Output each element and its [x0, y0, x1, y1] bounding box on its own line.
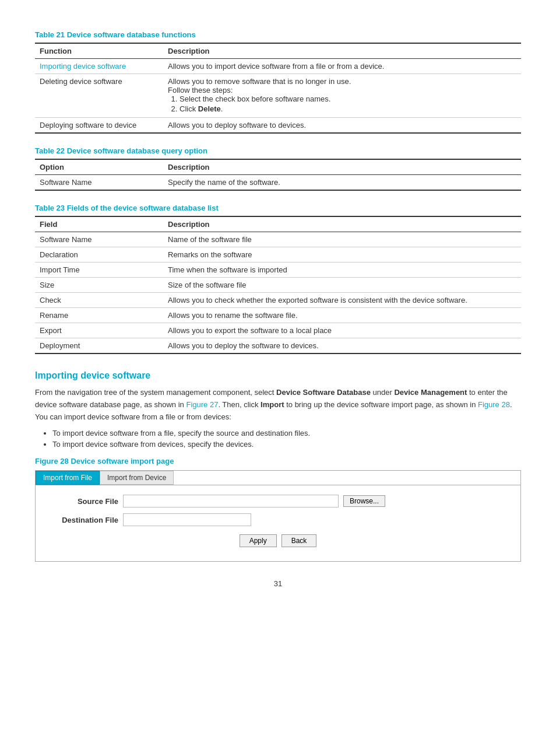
table23-field-6: Export	[35, 323, 163, 338]
table23-desc-3: Size of the software file	[163, 278, 521, 293]
table-row: ExportAllows you to export the software …	[35, 323, 521, 338]
figure28-tabs: Import from File Import from Device	[36, 471, 520, 485]
page-number: 31	[35, 579, 521, 588]
table21-row2-desc: Allows you to deploy software to devices…	[163, 118, 521, 134]
table-row: Import TimeTime when the software is imp…	[35, 262, 521, 278]
table23-desc-7: Allows you to deploy the software to dev…	[163, 338, 521, 354]
list-item: To import device software from a file, s…	[52, 429, 521, 438]
table21-col-description: Description	[163, 43, 521, 59]
importing-bullet-list: To import device software from a file, s…	[52, 429, 521, 449]
importing-body-text: From the navigation tree of the system m…	[35, 387, 521, 423]
table23-field-2: Import Time	[35, 262, 163, 278]
table23-col-field: Field	[35, 216, 163, 232]
table23-desc-4: Allows you to check whether the exported…	[163, 293, 521, 308]
table23-col-description: Description	[163, 216, 521, 232]
list-item: Click Delete.	[180, 104, 516, 113]
table-row: Software Name Specify the name of the so…	[35, 175, 521, 191]
table22-col-option: Option	[35, 159, 163, 175]
table23-desc-5: Allows you to rename the software file.	[163, 308, 521, 323]
apply-button[interactable]: Apply	[240, 534, 277, 547]
table23-desc-6: Allows you to export the software to a l…	[163, 323, 521, 338]
table23-title: Table 23 Fields of the device software d…	[35, 204, 521, 212]
table22-col-description: Description	[163, 159, 521, 175]
table-row: SizeSize of the software file	[35, 278, 521, 293]
table-row: Software NameName of the software file	[35, 232, 521, 247]
figure28-title: Figure 28 Device software import page	[35, 457, 521, 466]
table-row: Importing device software Allows you to …	[35, 59, 521, 74]
figure27-link[interactable]: Figure 27	[186, 400, 218, 409]
source-file-row: Source File Browse...	[53, 495, 503, 508]
table-row: CheckAllows you to check whether the exp…	[35, 293, 521, 308]
table21-col-function: Function	[35, 43, 163, 59]
table21: Function Description Importing device so…	[35, 43, 521, 134]
table23-desc-1: Remarks on the software	[163, 247, 521, 262]
figure28-box: Import from File Import from Device Sour…	[35, 470, 521, 562]
figure28-body: Source File Browse... Destination File A…	[36, 485, 520, 553]
table23-field-7: Deployment	[35, 338, 163, 354]
table23-field-5: Rename	[35, 308, 163, 323]
back-button[interactable]: Back	[281, 534, 317, 547]
importing-section-heading: Importing device software	[35, 370, 521, 381]
table22-row0-option: Software Name	[35, 175, 163, 191]
list-item: To import device software from devices, …	[52, 440, 521, 449]
table22: Option Description Software Name Specify…	[35, 159, 521, 191]
list-item: Select the check box before software nam…	[180, 94, 516, 103]
destination-file-row: Destination File	[53, 513, 503, 526]
table23-field-0: Software Name	[35, 232, 163, 247]
figure28-buttons: Apply Back	[53, 534, 503, 547]
table22-title: Table 22 Device software database query …	[35, 146, 521, 155]
source-file-label: Source File	[53, 497, 123, 506]
table22-row0-desc: Specify the name of the software.	[163, 175, 521, 191]
table23-desc-0: Name of the software file	[163, 232, 521, 247]
source-file-input[interactable]	[123, 495, 339, 508]
table-row: DeploymentAllows you to deploy the softw…	[35, 338, 521, 354]
tab-import-from-device[interactable]: Import from Device	[100, 471, 174, 485]
table23-field-1: Declaration	[35, 247, 163, 262]
table-row: Deleting device software Allows you to r…	[35, 74, 521, 118]
table23-field-4: Check	[35, 293, 163, 308]
table23-desc-2: Time when the software is imported	[163, 262, 521, 278]
table-row: Deploying software to device Allows you …	[35, 118, 521, 134]
destination-file-label: Destination File	[53, 516, 123, 524]
table21-row0-desc: Allows you to import device software fro…	[163, 59, 521, 74]
browse-button[interactable]: Browse...	[343, 495, 385, 507]
table21-title: Table 21 Device software database functi…	[35, 30, 521, 39]
table23: Field Description Software NameName of t…	[35, 216, 521, 354]
figure28-link[interactable]: Figure 28	[478, 400, 510, 409]
table21-row1-desc: Allows you to remove software that is no…	[163, 74, 521, 118]
tab-import-from-file[interactable]: Import from File	[36, 471, 100, 485]
table-row: DeclarationRemarks on the software	[35, 247, 521, 262]
table21-row1-function: Deleting device software	[35, 74, 163, 118]
table21-row2-function: Deploying software to device	[35, 118, 163, 134]
table-row: RenameAllows you to rename the software …	[35, 308, 521, 323]
table23-field-3: Size	[35, 278, 163, 293]
importing-device-software-link[interactable]: Importing device software	[40, 62, 126, 71]
destination-file-input[interactable]	[123, 513, 251, 526]
